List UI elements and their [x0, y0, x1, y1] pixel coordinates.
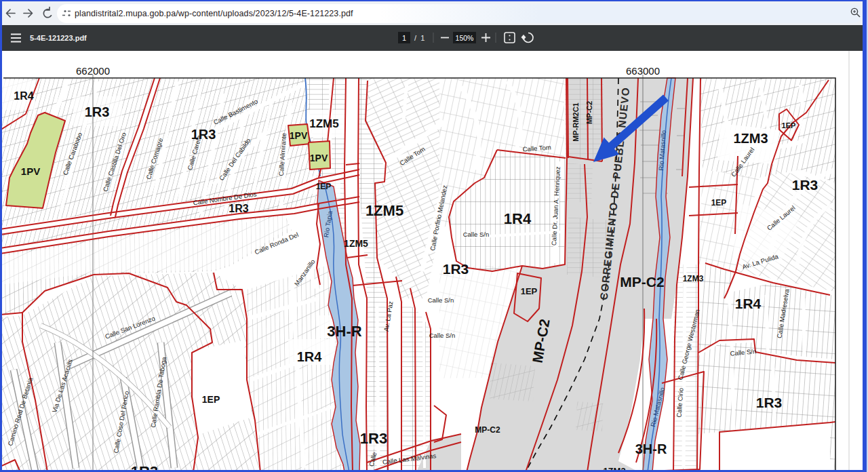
- svg-text:1PV: 1PV: [21, 165, 40, 177]
- svg-text:1ZM5: 1ZM5: [309, 117, 338, 130]
- svg-text:1R3: 1R3: [85, 104, 110, 119]
- svg-text:MP-C2: MP-C2: [475, 425, 500, 435]
- svg-text:3H-R: 3H-R: [635, 441, 667, 456]
- svg-text:1PV: 1PV: [310, 153, 328, 163]
- svg-text:1EP: 1EP: [202, 394, 220, 405]
- svg-text:MP-C2: MP-C2: [585, 101, 593, 124]
- svg-text:Calle S/n: Calle S/n: [428, 296, 454, 304]
- svg-text:1ZM3: 1ZM3: [733, 131, 768, 146]
- svg-text:MP-C2: MP-C2: [620, 274, 664, 290]
- svg-text:Calle S/n: Calle S/n: [429, 332, 456, 339]
- svg-text:1: 1: [402, 34, 406, 42]
- svg-text:1R3: 1R3: [756, 395, 783, 410]
- svg-text:/ 1: / 1: [414, 34, 425, 42]
- svg-text:1R3: 1R3: [792, 177, 818, 193]
- svg-text:1EP: 1EP: [711, 198, 727, 208]
- svg-text:1R3: 1R3: [229, 203, 248, 214]
- svg-text:662000: 662000: [76, 65, 110, 77]
- svg-text:1PV: 1PV: [290, 130, 308, 141]
- svg-text:1EP: 1EP: [782, 121, 796, 130]
- svg-text:3H-R: 3H-R: [327, 323, 361, 340]
- svg-text:1R3: 1R3: [443, 261, 469, 277]
- svg-text:1EP: 1EP: [316, 182, 332, 191]
- svg-text:150%: 150%: [456, 34, 474, 42]
- svg-text:5-4E-121223.pdf: 5-4E-121223.pdf: [30, 34, 87, 42]
- svg-text:1ZM3: 1ZM3: [683, 274, 704, 283]
- svg-text:1ZM5: 1ZM5: [344, 238, 368, 249]
- svg-text:Calle S/n: Calle S/n: [463, 231, 490, 238]
- svg-text:663000: 663000: [626, 65, 660, 77]
- svg-text:MP-RM2C1: MP-RM2C1: [572, 102, 580, 141]
- svg-text:1R4: 1R4: [735, 296, 762, 311]
- svg-text:1R4: 1R4: [14, 90, 33, 102]
- svg-text:1EP: 1EP: [521, 286, 538, 296]
- svg-text:1R4: 1R4: [504, 210, 532, 227]
- svg-text:1ZM5: 1ZM5: [366, 202, 403, 219]
- svg-text:1R3: 1R3: [360, 430, 387, 447]
- svg-text:1R4: 1R4: [297, 349, 323, 364]
